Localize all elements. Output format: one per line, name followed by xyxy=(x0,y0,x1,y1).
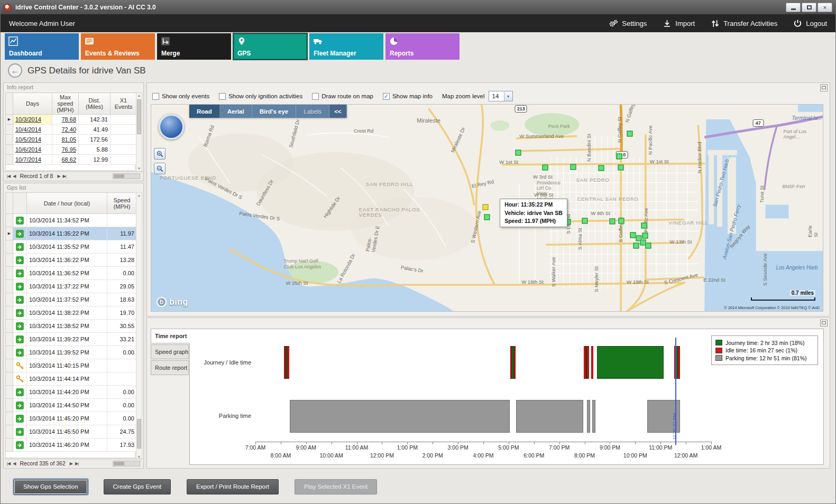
gps-date-cell[interactable]: 10/3/2014 11:34:52 PM xyxy=(27,214,107,227)
max-speed-link[interactable]: 81.05 xyxy=(52,135,79,145)
close-button[interactable]: × xyxy=(817,3,832,12)
day-link[interactable]: 10/5/2014 xyxy=(13,135,52,145)
pan-south-icon[interactable] xyxy=(169,132,173,136)
scrollbar-thumb[interactable] xyxy=(114,462,124,465)
day-link[interactable]: 10/4/2014 xyxy=(13,125,52,135)
gps-point-marker[interactable] xyxy=(619,218,624,224)
day-link[interactable]: 10/7/2014 xyxy=(13,155,52,165)
scrollbar-thumb[interactable] xyxy=(137,99,141,134)
max-speed-link[interactable]: 76.95 xyxy=(52,145,79,155)
chart-tab-time-report[interactable]: Time report xyxy=(151,329,190,343)
scroll-down-icon[interactable]: ▼ xyxy=(136,166,142,171)
checkbox-show-only-ignition-activities[interactable]: Show only ignition activities xyxy=(219,93,302,100)
gps-date-cell[interactable]: 10/3/2014 11:44:20 PM xyxy=(27,386,107,399)
map-canvas[interactable]: RoadAerialBird's eyeLabels<< Hour: 11:35… xyxy=(151,104,823,312)
nav-first-button[interactable]: |◀ xyxy=(7,459,10,468)
gps-point-marker[interactable] xyxy=(542,164,548,170)
max-speed-link[interactable]: 78.68 xyxy=(52,115,79,125)
nav-last-button[interactable]: ▶| xyxy=(75,459,78,468)
nav-tab-dashboard[interactable]: Dashboard xyxy=(5,33,79,60)
table-row[interactable]: 10/3/2014 11:40:15 PM xyxy=(6,359,137,372)
collapse-panel-button[interactable] xyxy=(820,320,828,326)
map-tab-labels[interactable]: Labels xyxy=(296,105,329,118)
gps-point-marker[interactable] xyxy=(630,232,636,238)
table-row[interactable]: 10/3/2014 11:38:52 PM30.55 xyxy=(6,320,137,333)
gps-point-marker[interactable] xyxy=(627,130,633,136)
gps-date-cell[interactable]: 10/3/2014 11:38:52 PM xyxy=(27,320,107,333)
info-report-scrollbar[interactable]: ▲ ▼ xyxy=(136,92,142,172)
nav-last-button[interactable]: ▶| xyxy=(63,172,66,181)
column-header[interactable]: Date / hour (local) xyxy=(27,193,107,214)
max-speed-link[interactable]: 72.40 xyxy=(52,125,79,135)
column-header[interactable]: X1 Events xyxy=(111,93,137,115)
table-row[interactable]: 10/3/2014 11:45:50 PM24.75 xyxy=(6,425,137,438)
current-position-marker[interactable] xyxy=(482,204,488,210)
gps-date-cell[interactable]: 10/3/2014 11:38:22 PM xyxy=(27,306,107,320)
pan-east-icon[interactable] xyxy=(176,125,180,129)
gps-date-cell[interactable]: 10/3/2014 11:35:52 PM xyxy=(27,240,107,254)
nav-tab-reports[interactable]: Reports xyxy=(385,33,460,60)
table-row[interactable]: 10/3/2014 11:38:22 PM19.70 xyxy=(6,306,137,320)
gps-date-cell[interactable]: 10/3/2014 11:39:52 PM xyxy=(27,346,107,359)
action-logout[interactable]: Logout xyxy=(793,19,827,28)
gps-point-marker[interactable] xyxy=(610,219,615,225)
table-row[interactable]: 10/3/2014 11:45:20 PM0.00 xyxy=(6,412,137,425)
gps-date-cell[interactable]: 10/3/2014 11:46:20 PM xyxy=(27,438,107,452)
table-row[interactable]: 10/7/201468.6212.99 xyxy=(6,155,137,165)
table-row[interactable]: 10/3/2014 11:44:20 PM0.00 xyxy=(6,386,137,399)
column-header[interactable]: Speed (MPH) xyxy=(107,193,137,214)
gps-point-marker[interactable] xyxy=(617,153,622,159)
nav-tab-events-reviews[interactable]: Events & Reviews xyxy=(81,33,155,60)
table-row[interactable]: 10/5/201481.05172.56 xyxy=(6,135,137,145)
nav-prev-button[interactable]: ◀ xyxy=(13,459,15,468)
table-row[interactable]: 10/3/2014 11:39:22 PM33.21 xyxy=(6,333,137,346)
collapse-panel-button[interactable] xyxy=(820,85,828,91)
day-link[interactable]: 10/3/2014 xyxy=(13,115,52,125)
maximize-button[interactable] xyxy=(802,3,816,12)
map-collapse-button[interactable]: << xyxy=(329,105,346,118)
table-row[interactable]: ▶10/3/201478.68142.31 xyxy=(6,115,137,125)
gps-date-cell[interactable]: 10/3/2014 11:44:14 PM xyxy=(27,372,107,386)
gps-point-marker[interactable] xyxy=(641,223,647,229)
gps-date-cell[interactable]: 10/3/2014 11:37:52 PM xyxy=(27,293,107,306)
horizontal-scrollbar[interactable] xyxy=(113,461,140,466)
nav-first-button[interactable]: |◀ xyxy=(7,172,10,181)
pan-west-icon[interactable] xyxy=(162,125,167,129)
create-gps-event-button[interactable]: Create Gps Event xyxy=(104,479,171,494)
table-row[interactable]: 10/3/2014 11:37:22 PM29.05 xyxy=(6,280,137,293)
column-header[interactable]: Days xyxy=(13,93,52,115)
gps-point-marker[interactable] xyxy=(582,218,588,224)
show-gps-selection-button[interactable]: Show Gps Selection xyxy=(14,479,88,494)
column-header[interactable]: Max speed (MPH) xyxy=(52,93,79,115)
gps-date-cell[interactable]: 10/3/2014 11:36:22 PM xyxy=(27,254,107,267)
gps-point-marker[interactable] xyxy=(484,214,490,220)
minimize-button[interactable] xyxy=(786,3,801,12)
gps-date-cell[interactable]: 10/3/2014 11:36:52 PM xyxy=(27,267,107,280)
nav-prev-button[interactable]: ◀ xyxy=(13,172,15,181)
nav-next-button[interactable]: ▶ xyxy=(70,459,72,468)
gps-point-marker[interactable] xyxy=(599,165,604,171)
table-row[interactable]: 10/4/201472.4041.49 xyxy=(6,125,137,135)
table-row[interactable]: ▶10/3/2014 11:35:22 PM11.97 xyxy=(6,227,137,240)
back-button[interactable]: ← xyxy=(8,63,22,78)
scroll-up-icon[interactable]: ▲ xyxy=(136,93,142,98)
max-speed-link[interactable]: 68.62 xyxy=(52,155,79,165)
scrollbar-thumb[interactable] xyxy=(137,419,141,449)
gps-point-marker[interactable] xyxy=(642,233,648,239)
table-row[interactable]: 10/3/2014 11:36:22 PM13.28 xyxy=(6,254,137,267)
checkbox-show-map-info[interactable]: ✓Show map info xyxy=(383,93,433,100)
table-row[interactable]: 10/3/2014 11:39:52 PM0.00 xyxy=(6,346,137,359)
scrollbar-thumb[interactable] xyxy=(114,174,124,178)
table-row[interactable]: 10/3/2014 11:46:20 PM17.93 xyxy=(6,438,137,452)
gps-point-marker[interactable] xyxy=(633,243,639,249)
checkbox-draw-route-on-map[interactable]: Draw route on map xyxy=(312,93,373,100)
nav-next-button[interactable]: ▶ xyxy=(57,172,60,181)
gps-date-cell[interactable]: 10/3/2014 11:45:50 PM xyxy=(27,425,107,438)
action-transfer-activities[interactable]: Transfer Activities xyxy=(711,19,777,28)
table-row[interactable]: 10/3/2014 11:44:50 PM0.00 xyxy=(6,399,137,412)
scroll-up-icon[interactable]: ▲ xyxy=(136,193,142,198)
gps-date-cell[interactable]: 10/3/2014 11:35:22 PM xyxy=(27,227,107,240)
gps-date-cell[interactable]: 10/3/2014 11:37:22 PM xyxy=(27,280,107,293)
gps-date-cell[interactable]: 10/3/2014 11:40:15 PM xyxy=(27,359,107,372)
checkbox-show-only-events[interactable]: Show only events xyxy=(152,93,209,100)
